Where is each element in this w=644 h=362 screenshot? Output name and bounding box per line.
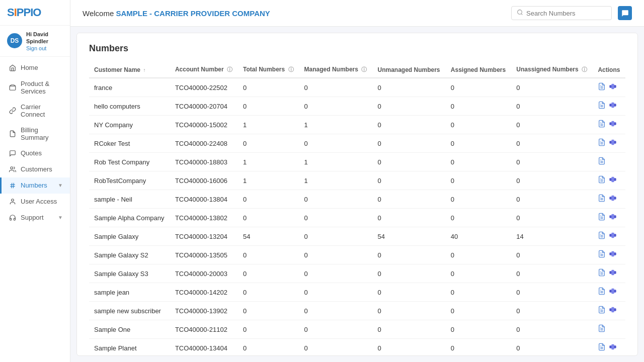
col-unassigned-numbers[interactable]: Unassigned Numbers ⓘ [511,62,593,78]
view-records-icon[interactable] [598,287,606,297]
view-records-icon[interactable] [598,250,606,260]
cell-6: 0 [511,116,593,134]
svg-line-8 [521,14,522,15]
cell-5: 0 [446,97,511,116]
cell-4: 0 [373,339,446,356]
sidebar-item-billing-summary-label: Billing Summary [21,126,63,141]
col-total-numbers[interactable]: Total Numbers ⓘ [238,62,299,78]
teams-icon[interactable] [609,120,617,130]
cell-3: 1 [299,171,373,190]
actions-cell [593,320,625,339]
cell-2: 0 [238,246,299,264]
page-title: Numbers [89,43,625,54]
teams-icon[interactable] [609,213,617,223]
table-row: Sample Galaxy S3TCO40000-2000300000 [89,264,625,283]
cell-5: 40 [446,227,511,246]
search-input[interactable] [526,10,606,17]
teams-icon[interactable] [609,231,617,241]
teams-icon[interactable] [609,306,617,316]
cell-5: 0 [446,246,511,264]
actions-cell [593,339,625,356]
teams-icon[interactable] [609,343,617,353]
teams-icon[interactable] [609,82,617,93]
cell-4: 0 [373,302,446,320]
numbers-chevron-icon: ▼ [58,183,63,188]
teams-icon[interactable] [609,287,617,297]
cell-1: TCO40000-22408 [170,134,238,153]
view-records-icon[interactable] [598,101,606,111]
cell-2: 0 [238,134,299,153]
cell-1: TCO40000-15002 [170,116,238,134]
sign-out-link[interactable]: Sign out [26,45,63,51]
cell-2: 0 [238,264,299,283]
view-records-icon[interactable] [598,157,606,167]
cell-3: 1 [299,153,373,171]
sidebar-item-quotes[interactable]: Quotes [0,145,70,161]
sidebar-item-product-services[interactable]: Product & Services [0,76,70,99]
teams-icon[interactable] [609,101,617,111]
col-account-number[interactable]: Account Number ⓘ [170,62,238,78]
teams-icon[interactable] [609,250,617,260]
view-records-icon[interactable] [598,343,606,353]
teams-icon[interactable] [609,175,617,186]
cell-1: TCO40000-22502 [170,78,238,97]
view-records-icon[interactable] [598,82,606,93]
sidebar-item-customers-label: Customers [21,165,52,173]
sidebar-item-numbers[interactable]: Numbers ▼ [0,177,70,194]
view-records-icon[interactable] [598,306,606,316]
view-records-icon[interactable] [598,120,606,130]
table-row: Rob Test CompanyTCO40000-1880311000 [89,153,625,171]
cell-3: 0 [299,97,373,116]
avatar: DS [7,33,22,48]
cell-6: 0 [511,190,593,209]
view-records-icon[interactable] [598,324,606,334]
managed-numbers-info-icon: ⓘ [361,66,367,72]
cell-0: Sample Galaxy S3 [89,264,170,283]
cell-1: TCO40000-20704 [170,97,238,116]
cell-1: TCO40000-13505 [170,246,238,264]
col-managed-numbers[interactable]: Managed Numbers ⓘ [299,62,373,78]
cell-0: RobTestCompany [89,171,170,190]
user-area: DS Hi David Spindler Sign out [0,26,70,57]
sidebar-item-billing-summary[interactable]: Billing Summary [0,122,70,145]
svg-rect-35 [612,177,614,183]
teams-icon[interactable] [609,268,617,279]
cell-0: sample - Neil [89,190,170,209]
receipt-icon [9,130,17,138]
svg-rect-50 [612,233,614,238]
view-records-icon[interactable] [598,138,606,148]
view-records-icon[interactable] [598,268,606,279]
view-records-icon[interactable] [598,175,606,186]
cell-1: TCO40000-16006 [170,171,238,190]
cell-2: 0 [238,78,299,97]
box-icon [9,83,17,92]
view-records-icon[interactable] [598,213,606,223]
actions-cell [593,209,625,227]
cell-3: 0 [299,246,373,264]
cell-3: 0 [299,302,373,320]
col-actions: Actions [593,62,625,78]
col-customer-name[interactable]: Customer Name ↑ [89,62,170,78]
table-row: sample - NeilTCO40000-1380400000 [89,190,625,209]
sidebar-item-home[interactable]: Home [0,60,70,76]
sidebar-item-customers[interactable]: Customers [0,161,70,177]
sidebar-item-numbers-label: Numbers [21,182,47,189]
teams-icon[interactable] [609,194,617,204]
cell-0: Sample Alpha Company [89,209,170,227]
cell-4: 0 [373,190,446,209]
cell-1: TCO40000-21102 [170,320,238,339]
cell-0: Sample Galaxy [89,227,170,246]
teams-icon[interactable] [609,138,617,148]
sidebar-item-support[interactable]: Support ▼ [0,210,70,226]
cell-6: 0 [511,134,593,153]
chat-icon[interactable] [618,6,632,20]
hash-icon [9,182,17,190]
actions-cell [593,153,625,171]
sidebar-item-carrier-connect[interactable]: Carrier Connect [0,99,70,122]
actions-cell [593,116,625,134]
sidebar-item-user-access[interactable]: User Access [0,194,70,210]
view-records-icon[interactable] [598,194,606,204]
sort-icon: ↑ [143,67,145,73]
view-records-icon[interactable] [598,231,606,241]
cell-2: 0 [238,190,299,209]
